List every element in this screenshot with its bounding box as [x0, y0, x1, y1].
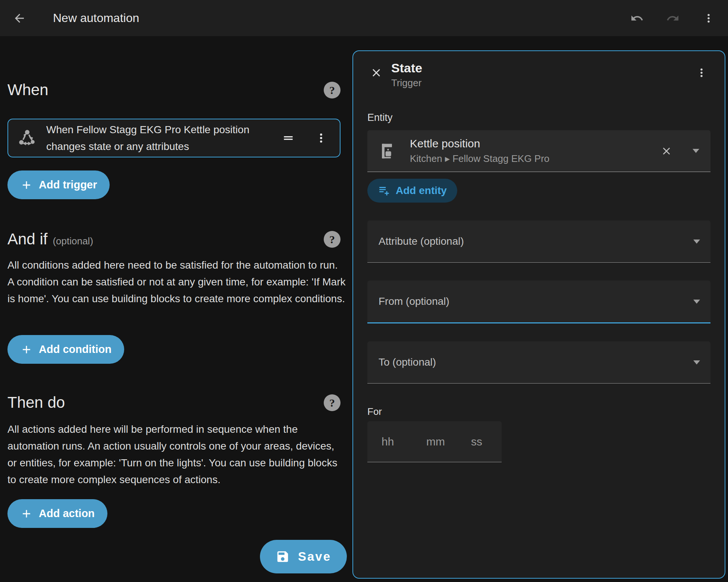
then-do-help-button[interactable]: ? [324, 394, 341, 411]
redo-button[interactable] [664, 9, 682, 27]
to-select[interactable]: To (optional) [367, 341, 710, 384]
close-icon [370, 66, 383, 79]
chevron-down-icon[interactable] [693, 149, 699, 153]
drag-handle-icon[interactable] [281, 131, 296, 146]
duration-hours-input[interactable]: hh [367, 435, 412, 448]
and-if-description: All conditions added here need to be sat… [7, 257, 346, 307]
add-condition-button[interactable]: Add condition [7, 335, 124, 364]
redo-icon [666, 12, 680, 25]
to-placeholder: To (optional) [379, 356, 436, 368]
plus-icon [20, 179, 33, 191]
add-trigger-button[interactable]: Add trigger [7, 170, 110, 199]
trigger-card[interactable]: When Fellow Stagg EKG Pro Kettle positio… [7, 119, 341, 157]
add-action-button[interactable]: Add action [7, 499, 107, 528]
then-do-section-header: Then do ? [7, 391, 341, 414]
then-do-description: All actions added here will be performed… [7, 421, 346, 488]
trigger-menu-button[interactable] [312, 129, 330, 147]
automation-editor-screen: New automation When ? [0, 0, 728, 582]
add-condition-label: Add condition [39, 343, 112, 356]
and-if-help-button[interactable]: ? [324, 231, 341, 248]
dialog-header: State Trigger [367, 61, 710, 89]
duration-minutes-input[interactable]: mm [412, 435, 457, 448]
chevron-down-icon [693, 300, 700, 304]
trigger-card-actions [281, 129, 330, 147]
entity-controls [658, 142, 699, 160]
undo-button[interactable] [628, 9, 646, 27]
close-button[interactable] [367, 64, 385, 82]
attribute-select[interactable]: Attribute (optional) [367, 220, 710, 263]
close-icon [660, 145, 672, 157]
chevron-down-icon [693, 360, 700, 364]
when-heading: When [7, 81, 48, 99]
entity-name: Kettle position [410, 137, 549, 150]
and-if-section-header: And if (optional) ? [7, 228, 341, 251]
attribute-placeholder: Attribute (optional) [379, 235, 464, 247]
add-entity-button[interactable]: Add entity [367, 179, 457, 203]
duration-input[interactable]: hh mm ss [367, 421, 502, 462]
kebab-icon [703, 13, 714, 24]
page-title: New automation [53, 11, 139, 25]
plus-icon [20, 343, 33, 356]
add-action-label: Add action [39, 507, 95, 520]
coffee-maker-icon [379, 141, 398, 161]
dialog-title: State [391, 61, 422, 75]
save-label: Save [298, 550, 331, 564]
top-app-bar: New automation [0, 0, 728, 36]
entity-text: Kettle position Kitchen ▸ Fellow Stagg E… [410, 137, 549, 165]
add-trigger-label: Add trigger [39, 179, 97, 191]
and-if-heading: And if [7, 230, 47, 248]
when-help-button[interactable]: ? [324, 82, 341, 98]
from-select[interactable]: From (optional) [367, 281, 710, 323]
trigger-summary: When Fellow Stagg EKG Pro Kettle positio… [46, 121, 263, 155]
add-entity-label: Add entity [396, 185, 447, 197]
arrow-left-icon [13, 12, 26, 25]
plus-icon [20, 507, 33, 520]
chevron-down-icon [693, 240, 700, 244]
for-label: For [367, 406, 710, 417]
entity-clear-button[interactable] [658, 142, 675, 160]
undo-icon [630, 12, 644, 25]
save-button[interactable]: Save [260, 540, 347, 573]
save-icon [276, 550, 290, 564]
entity-path: Kitchen ▸ Fellow Stagg EKG Pro [410, 153, 549, 165]
from-placeholder: From (optional) [379, 295, 449, 307]
back-button[interactable] [10, 9, 28, 27]
state-trigger-icon [18, 129, 37, 147]
then-do-heading: Then do [7, 394, 65, 412]
topbar-actions [628, 9, 718, 27]
duration-seconds-input[interactable]: ss [457, 435, 502, 448]
overflow-menu-button[interactable] [700, 9, 718, 27]
when-section-header: When ? [7, 78, 341, 101]
kebab-icon [315, 132, 327, 144]
state-trigger-dialog: State Trigger Entity Kettle position Kit… [352, 50, 725, 579]
kebab-icon [696, 67, 707, 78]
entity-picker[interactable]: Kettle position Kitchen ▸ Fellow Stagg E… [367, 130, 710, 172]
dialog-subtitle: Trigger [391, 77, 422, 89]
optional-label: (optional) [53, 232, 93, 247]
dialog-menu-button[interactable] [693, 64, 710, 82]
playlist-plus-icon [378, 184, 390, 197]
entity-label: Entity [367, 112, 710, 123]
dialog-titles: State Trigger [391, 61, 422, 89]
